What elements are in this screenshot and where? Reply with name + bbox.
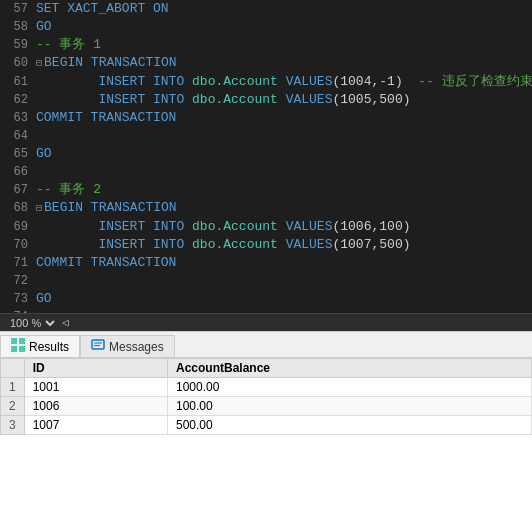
code-line: 66 bbox=[0, 163, 532, 181]
line-content: SET XACT_ABORT ON bbox=[36, 0, 532, 18]
results-panel: ResultsMessages IDAccountBalance 1100110… bbox=[0, 331, 532, 511]
col-header-2: AccountBalance bbox=[167, 359, 531, 378]
code-line: 70 INSERT INTO dbo.Account VALUES(1007,5… bbox=[0, 236, 532, 254]
svg-rect-2 bbox=[11, 346, 17, 352]
zoom-bar: 100 % 75 % 125 % ◁ bbox=[0, 313, 532, 331]
line-content: INSERT INTO dbo.Account VALUES(1005,500) bbox=[36, 91, 532, 109]
code-line: 65GO bbox=[0, 145, 532, 163]
code-line: 60⊟BEGIN TRANSACTION bbox=[0, 54, 532, 73]
code-line: 57SET XACT_ABORT ON bbox=[0, 0, 532, 18]
svg-rect-1 bbox=[19, 338, 25, 344]
code-line: 58GO bbox=[0, 18, 532, 36]
code-lines: 57SET XACT_ABORT ON58GO59-- 事务 160⊟BEGIN… bbox=[0, 0, 532, 313]
table-cell: 1000.00 bbox=[167, 378, 531, 397]
line-content: -- 事务 2 bbox=[36, 181, 532, 199]
line-number: 65 bbox=[0, 145, 36, 163]
table-row: 31007500.00 bbox=[1, 416, 532, 435]
line-content: COMMIT TRANSACTION bbox=[36, 109, 532, 127]
line-content: INSERT INTO dbo.Account VALUES(1007,500) bbox=[36, 236, 532, 254]
line-number: 67 bbox=[0, 181, 36, 199]
table-cell: 100.00 bbox=[167, 397, 531, 416]
table-cell: 1 bbox=[1, 378, 25, 397]
code-line: 63COMMIT TRANSACTION bbox=[0, 109, 532, 127]
line-number: 60 bbox=[0, 54, 36, 72]
line-number: 70 bbox=[0, 236, 36, 254]
line-number: 71 bbox=[0, 254, 36, 272]
table-row: 21006100.00 bbox=[1, 397, 532, 416]
line-number: 62 bbox=[0, 91, 36, 109]
code-editor: 57SET XACT_ABORT ON58GO59-- 事务 160⊟BEGIN… bbox=[0, 0, 532, 313]
table-cell: 3 bbox=[1, 416, 25, 435]
code-line: 72 bbox=[0, 272, 532, 290]
line-number: 61 bbox=[0, 73, 36, 91]
line-number: 63 bbox=[0, 109, 36, 127]
svg-rect-3 bbox=[19, 346, 25, 352]
tab-label-messages: Messages bbox=[109, 340, 164, 354]
svg-rect-0 bbox=[11, 338, 17, 344]
line-content: -- 事务 1 bbox=[36, 36, 532, 54]
zoom-select[interactable]: 100 % 75 % 125 % bbox=[6, 316, 58, 330]
line-number: 57 bbox=[0, 0, 36, 18]
line-number: 59 bbox=[0, 36, 36, 54]
tab-results[interactable]: Results bbox=[0, 335, 80, 357]
col-header-0 bbox=[1, 359, 25, 378]
line-content: GO bbox=[36, 290, 532, 308]
line-content: INSERT INTO dbo.Account VALUES(1004,-1) … bbox=[36, 73, 532, 91]
col-header-1: ID bbox=[24, 359, 167, 378]
results-table: IDAccountBalance 110011000.0021006100.00… bbox=[0, 358, 532, 435]
table-cell: 1001 bbox=[24, 378, 167, 397]
line-content: ⊟BEGIN TRANSACTION bbox=[36, 199, 532, 218]
tab-messages[interactable]: Messages bbox=[80, 335, 175, 357]
table-cell: 2 bbox=[1, 397, 25, 416]
code-line: 68⊟BEGIN TRANSACTION bbox=[0, 199, 532, 218]
line-number: 68 bbox=[0, 199, 36, 217]
code-line: 71COMMIT TRANSACTION bbox=[0, 254, 532, 272]
table-cell: 500.00 bbox=[167, 416, 531, 435]
line-number: 69 bbox=[0, 218, 36, 236]
line-content: INSERT INTO dbo.Account VALUES(1006,100) bbox=[36, 218, 532, 236]
line-content: ⊟BEGIN TRANSACTION bbox=[36, 54, 532, 73]
scroll-arrow: ◁ bbox=[62, 316, 69, 329]
code-line: 67-- 事务 2 bbox=[0, 181, 532, 199]
code-line: 62 INSERT INTO dbo.Account VALUES(1005,5… bbox=[0, 91, 532, 109]
line-content: GO bbox=[36, 145, 532, 163]
table-row: 110011000.00 bbox=[1, 378, 532, 397]
code-line: 73GO bbox=[0, 290, 532, 308]
line-number: 72 bbox=[0, 272, 36, 290]
line-number: 64 bbox=[0, 127, 36, 145]
line-content: GO bbox=[36, 18, 532, 36]
line-number: 66 bbox=[0, 163, 36, 181]
code-line: 64 bbox=[0, 127, 532, 145]
table-cell: 1007 bbox=[24, 416, 167, 435]
messages-icon bbox=[91, 338, 105, 355]
line-content: COMMIT TRANSACTION bbox=[36, 254, 532, 272]
code-line: 59-- 事务 1 bbox=[0, 36, 532, 54]
table-cell: 1006 bbox=[24, 397, 167, 416]
results-table-container: IDAccountBalance 110011000.0021006100.00… bbox=[0, 358, 532, 511]
code-line: 61 INSERT INTO dbo.Account VALUES(1004,-… bbox=[0, 73, 532, 91]
results-tabs: ResultsMessages bbox=[0, 332, 532, 358]
tab-label-results: Results bbox=[29, 340, 69, 354]
svg-rect-4 bbox=[92, 340, 104, 349]
code-line: 69 INSERT INTO dbo.Account VALUES(1006,1… bbox=[0, 218, 532, 236]
line-number: 58 bbox=[0, 18, 36, 36]
line-number: 73 bbox=[0, 290, 36, 308]
results-icon bbox=[11, 338, 25, 355]
